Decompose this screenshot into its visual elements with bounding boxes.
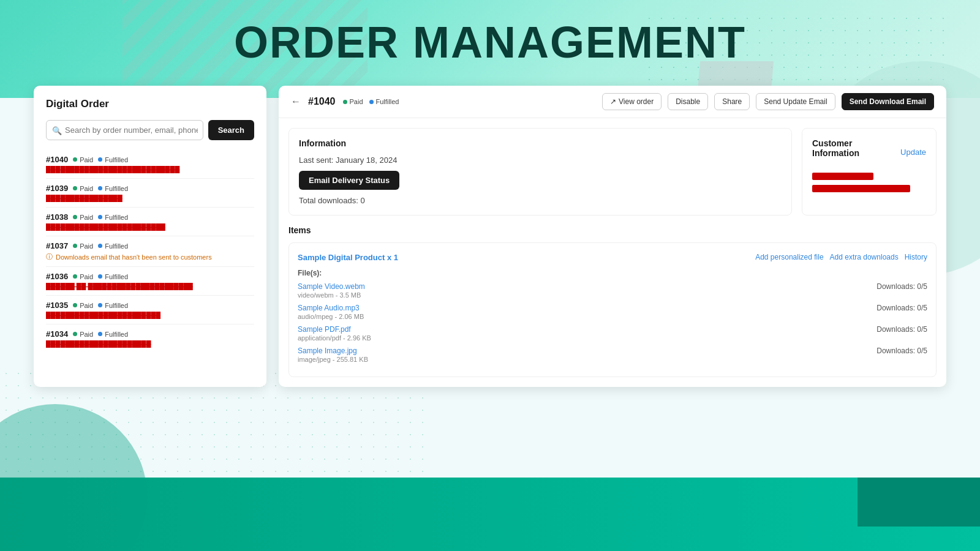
page-title: ORDER MANAGEMENT (0, 0, 980, 67)
fulfilled-badge: Fulfilled (98, 156, 128, 163)
file-link-image[interactable]: Sample Image.jpg (298, 347, 368, 355)
file-meta-video: video/webm - 3.5 MB (298, 291, 365, 299)
fulfilled-badge: Fulfilled (98, 242, 128, 250)
file-row-image: Sample Image.jpg image/jpeg - 255.81 KB … (298, 347, 927, 363)
last-sent-row: Last sent: January 18, 2024 (299, 156, 782, 165)
customer-name-redacted (812, 173, 873, 180)
downloads-video: Downloads: 0/5 (876, 282, 927, 291)
downloads-pdf: Downloads: 0/5 (876, 325, 927, 334)
order-detail: ██████████████████████ (46, 340, 230, 348)
paid-badge: Paid (73, 302, 93, 309)
history-link[interactable]: History (905, 253, 927, 261)
add-extra-downloads-link[interactable]: Add extra downloads (830, 253, 899, 261)
file-info: Sample PDF.pdf application/pdf - 2.96 KB (298, 325, 371, 342)
files-label: File(s): (298, 269, 927, 277)
order-number: #1040 (46, 155, 68, 164)
send-download-email-button[interactable]: Send Download Email (842, 93, 934, 110)
file-info: Sample Video.webm video/webm - 3.5 MB (298, 282, 365, 299)
paid-badge: Paid (73, 331, 93, 338)
order-number: #1037 (46, 241, 68, 250)
bg-bottom-stripe (858, 478, 980, 527)
file-row-audio: Sample Audio.mp3 audio/mpeg - 2.06 MB Do… (298, 304, 927, 320)
order-number: #1038 (46, 212, 68, 222)
info-card-title: Information (299, 138, 782, 148)
total-downloads: Total downloads: 0 (299, 196, 782, 205)
information-card: Information Last sent: January 18, 2024 … (288, 128, 792, 216)
search-button[interactable]: Search (208, 120, 254, 140)
paid-badge: Paid (73, 214, 93, 221)
file-info: Sample Audio.mp3 audio/mpeg - 2.06 MB (298, 304, 364, 320)
items-section-title: Items (288, 225, 937, 235)
add-personalized-link[interactable]: Add personalized file (755, 253, 823, 261)
email-delivery-status-button[interactable]: Email Delivery Status (299, 171, 399, 190)
order-detail-panel: ← #1040 Paid Fulfilled ↗ View order Disa… (279, 86, 946, 387)
update-link[interactable]: Update (900, 148, 926, 157)
file-row-video: Sample Video.webm video/webm - 3.5 MB Do… (298, 282, 927, 299)
paid-badge: Paid (73, 156, 93, 163)
order-detail: ████████████████████████████ (46, 166, 230, 173)
fulfilled-badge: Fulfilled (98, 331, 128, 338)
items-card: Sample Digital Product x 1 Add personali… (288, 242, 937, 377)
file-info: Sample Image.jpg image/jpeg - 255.81 KB (298, 347, 368, 363)
items-section: Items Sample Digital Product x 1 Add per… (279, 225, 946, 387)
order-number: #1036 (46, 272, 68, 281)
customer-card: Customer Information Update (802, 128, 937, 216)
order-detail: ████████████████████████ (46, 312, 230, 319)
order-detail: █████████████████████████ (46, 223, 230, 231)
search-input[interactable] (46, 120, 203, 140)
search-input-wrapper: 🔍 (46, 120, 203, 140)
detail-order-num: #1040 (308, 96, 336, 107)
bg-bottom-teal (0, 478, 980, 551)
send-update-email-button[interactable]: Send Update Email (756, 93, 835, 110)
share-button[interactable]: Share (714, 93, 750, 110)
order-list-panel: Digital Order 🔍 Search #1040 Paid Fulfil… (34, 86, 266, 387)
header-actions: ↗ View order Disable Share Send Update E… (602, 93, 934, 110)
product-info: Sample Digital Product x 1 (298, 252, 398, 263)
order-detail: ██████ ██ ██████████████████████ (46, 283, 230, 290)
file-meta-audio: audio/mpeg - 2.06 MB (298, 313, 364, 320)
product-actions: Add personalized file Add extra download… (755, 253, 927, 261)
fulfilled-badge: Fulfilled (98, 302, 128, 309)
search-icon: 🔍 (52, 126, 62, 135)
file-meta-image: image/jpeg - 255.81 KB (298, 356, 368, 363)
file-link-audio[interactable]: Sample Audio.mp3 (298, 304, 364, 312)
downloads-audio: Downloads: 0/5 (876, 304, 927, 312)
detail-header: ← #1040 Paid Fulfilled ↗ View order Disa… (279, 86, 946, 118)
downloads-image: Downloads: 0/5 (876, 347, 927, 355)
last-sent-label: Last sent: (299, 156, 333, 165)
order-1038[interactable]: #1038 Paid Fulfilled ███████████████████… (46, 208, 254, 236)
order-1034[interactable]: #1034 Paid Fulfilled ███████████████████… (46, 324, 254, 353)
order-1035[interactable]: #1035 Paid Fulfilled ███████████████████… (46, 296, 254, 324)
paid-badge: Paid (73, 242, 93, 250)
file-link-pdf[interactable]: Sample PDF.pdf (298, 325, 371, 334)
order-detail: ████████████████ (46, 195, 230, 202)
panel-title: Digital Order (46, 98, 254, 110)
content-area: Digital Order 🔍 Search #1040 Paid Fulfil… (0, 73, 980, 399)
customer-card-title: Customer Information (812, 138, 900, 158)
paid-badge: Paid (73, 185, 93, 192)
detail-badges: Paid Fulfilled (343, 98, 399, 105)
fulfilled-badge: Fulfilled (98, 273, 128, 280)
paid-badge: Paid (73, 273, 93, 280)
warning-icon: ⓘ (46, 252, 53, 261)
file-meta-pdf: application/pdf - 2.96 KB (298, 334, 371, 342)
customer-email-redacted (812, 185, 910, 192)
view-order-button[interactable]: ↗ View order (602, 93, 662, 110)
order-1039[interactable]: #1039 Paid Fulfilled ████████████████ (46, 179, 254, 208)
order-1036[interactable]: #1036 Paid Fulfilled ██████ ██ █████████… (46, 267, 254, 296)
product-link[interactable]: Sample Digital Product x 1 (298, 253, 398, 262)
product-row: Sample Digital Product x 1 Add personali… (298, 252, 927, 263)
order-warning: ⓘ Downloads email that hasn't been sent … (46, 252, 254, 261)
file-link-video[interactable]: Sample Video.webm (298, 282, 365, 291)
order-1040[interactable]: #1040 Paid Fulfilled ███████████████████… (46, 150, 254, 179)
fulfilled-badge: Fulfilled (98, 214, 128, 221)
detail-body: Information Last sent: January 18, 2024 … (279, 118, 946, 225)
last-sent-date: January 18, 2024 (336, 156, 397, 165)
detail-paid-badge: Paid (343, 98, 363, 105)
order-number: #1034 (46, 329, 68, 339)
file-row-pdf: Sample PDF.pdf application/pdf - 2.96 KB… (298, 325, 927, 342)
disable-button[interactable]: Disable (668, 93, 708, 110)
back-arrow-icon[interactable]: ← (291, 96, 301, 107)
order-number: #1035 (46, 301, 68, 310)
order-1037[interactable]: #1037 Paid Fulfilled ⓘ Downloads email t… (46, 236, 254, 267)
